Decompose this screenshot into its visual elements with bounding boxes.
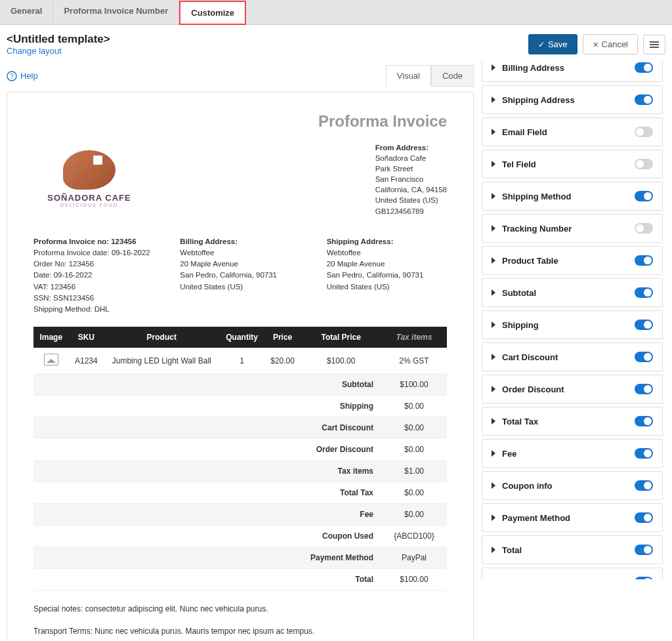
from-address: From Address: Soñadora Cafe Park Street … [375, 142, 447, 217]
totals-row: Subtotal$100.00 [33, 374, 447, 396]
panel-label: Shipping Address [502, 95, 575, 105]
totals-row: Tax items$1.00 [33, 461, 447, 482]
toggle-switch[interactable] [635, 416, 653, 426]
billing-address: Billing Address: Webtoffee 20 Maple Aven… [180, 236, 300, 316]
panel-cart-discount[interactable]: Cart Discount [482, 342, 663, 371]
save-button[interactable]: Save [528, 34, 578, 54]
panel-label: Payment Method [502, 513, 570, 523]
toggle-switch[interactable] [635, 287, 653, 298]
change-layout-link[interactable]: Change layout [7, 46, 62, 56]
caret-icon [492, 514, 495, 521]
main-tabs: General Proforma Invoice Number Customiz… [0, 0, 672, 25]
panel-label: Tracking Number [502, 224, 572, 234]
toggle-switch[interactable] [635, 480, 653, 491]
panel-total[interactable]: Total [482, 535, 663, 564]
totals-row: Cart Discount$0.00 [33, 417, 447, 439]
toggle-switch[interactable] [635, 320, 653, 330]
panel-label: Email Field [502, 127, 547, 137]
panel-label: Shipping [502, 320, 539, 330]
panel-label: Tel Field [502, 159, 536, 169]
panel-label: Order Discount [502, 384, 564, 394]
tab-invoice-number[interactable]: Proforma Invoice Number [53, 0, 179, 24]
panel-coupon-info[interactable]: Coupon info [482, 471, 663, 500]
toggle-switch[interactable] [635, 191, 653, 201]
logo: SOÑADORA CAFE DELICIOUS FOOD [33, 142, 145, 217]
invoice-meta: Proforma Invoice no: 123456 Proforma Inv… [33, 236, 154, 316]
panel-fee[interactable]: Fee [482, 439, 663, 468]
caret-icon [492, 450, 495, 457]
caret-icon [492, 225, 495, 232]
toggle-switch[interactable] [635, 255, 653, 266]
panel-label: Subtotal [502, 288, 536, 298]
toggle-switch[interactable] [635, 94, 653, 105]
caret-icon [492, 482, 495, 489]
panel-payment-method[interactable]: Payment Method [482, 503, 663, 532]
col-tax: Tax items [381, 327, 447, 348]
menu-button[interactable] [643, 35, 665, 54]
toggle-switch[interactable] [635, 384, 653, 394]
close-icon [593, 39, 598, 49]
totals-row: Shipping$0.00 [33, 396, 447, 417]
totals-row: Payment MethodPayPal [33, 547, 447, 569]
settings-panel[interactable]: Billing AddressShipping AddressEmail Fie… [482, 61, 665, 579]
panel-label: Transport terms [503, 577, 563, 580]
panel-label: Product Table [502, 256, 558, 266]
header: <Untitled template> Change layout Save C… [0, 25, 672, 61]
caret-icon [492, 289, 495, 296]
panel-billing-address[interactable]: Billing Address [482, 61, 663, 82]
col-total: Total Price [301, 327, 381, 348]
tab-general[interactable]: General [0, 0, 53, 24]
panel-order-discount[interactable]: Order Discount [482, 375, 663, 403]
product-table: Image SKU Product Quantity Price Total P… [33, 327, 447, 590]
caret-icon [492, 386, 495, 392]
toggle-switch[interactable] [635, 577, 653, 579]
caret-icon [492, 129, 495, 135]
caret-icon [492, 257, 495, 264]
menu-icon [650, 40, 659, 49]
totals-row: Total$100.00 [33, 569, 447, 590]
panel-total-tax[interactable]: Total Tax [482, 407, 663, 436]
svg-text:?: ? [10, 73, 14, 80]
table-row: A1234 Jumbing LED Light Wall Ball 1 $20.… [33, 348, 447, 374]
toggle-switch[interactable] [635, 545, 653, 555]
caret-icon [492, 418, 495, 424]
panel-product-table[interactable]: Product Table [482, 246, 663, 275]
toggle-switch[interactable] [635, 512, 653, 523]
tab-customize[interactable]: Customize [179, 1, 246, 25]
panel-label: Shipping Method [502, 192, 571, 201]
caret-icon [492, 161, 495, 167]
col-sku: SKU [69, 327, 104, 348]
invoice-preview: Proforma Invoice SOÑADORA CAFE DELICIOUS… [7, 92, 474, 641]
totals-row: Fee$0.00 [33, 504, 447, 526]
panel-tel-field[interactable]: Tel Field [482, 150, 663, 178]
panel-email-field[interactable]: Email Field [482, 117, 663, 146]
shipping-address: Shipping Address: Webtoffee 20 Maple Ave… [327, 236, 447, 316]
toggle-switch[interactable] [635, 127, 653, 137]
toggle-switch[interactable] [635, 223, 653, 234]
col-qty: Quantity [219, 327, 264, 348]
check-icon [538, 39, 545, 49]
panel-label: Total [502, 545, 522, 555]
caret-icon [492, 96, 495, 103]
view-tab-visual[interactable]: Visual [386, 65, 431, 87]
panel-tracking-number[interactable]: Tracking Number [482, 214, 663, 243]
cancel-button[interactable]: Cancel [583, 34, 638, 54]
panel-shipping-address[interactable]: Shipping Address [482, 85, 663, 114]
panel-label: Coupon info [502, 481, 553, 491]
panel-subtotal[interactable]: Subtotal [482, 278, 663, 307]
panel-shipping-method[interactable]: Shipping Method [482, 182, 663, 211]
toggle-switch[interactable] [635, 62, 653, 73]
help-link[interactable]: ? Help [7, 71, 38, 81]
col-product: Product [104, 327, 219, 348]
totals-row: Order Discount$0.00 [33, 439, 447, 461]
caret-icon [492, 193, 495, 199]
image-placeholder-icon [44, 354, 58, 365]
view-tab-code[interactable]: Code [431, 65, 474, 87]
invoice-title: Proforma Invoice [33, 112, 447, 131]
panel-label: Cart Discount [502, 352, 558, 362]
panel-shipping[interactable]: Shipping [482, 310, 663, 339]
toggle-switch[interactable] [635, 448, 653, 459]
toggle-switch[interactable] [635, 352, 653, 362]
panel-transport-terms[interactable]: Transport terms [482, 568, 663, 579]
toggle-switch[interactable] [635, 159, 653, 169]
